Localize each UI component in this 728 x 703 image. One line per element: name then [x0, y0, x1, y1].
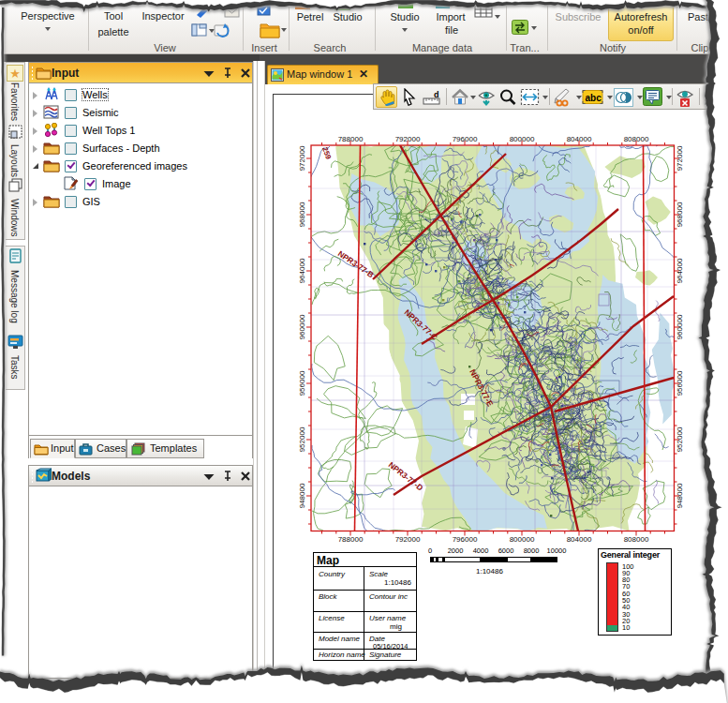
- svg-text:804000: 804000: [567, 135, 592, 143]
- svg-text:800000: 800000: [510, 135, 535, 143]
- svg-text:960000: 960000: [676, 314, 684, 339]
- svg-text:968000: 968000: [298, 202, 306, 227]
- svg-text:948000: 948000: [298, 483, 306, 508]
- svg-text:964000: 964000: [298, 258, 306, 283]
- svg-text:952000: 952000: [676, 426, 684, 452]
- svg-text:964000: 964000: [676, 258, 684, 283]
- svg-text:808000: 808000: [624, 135, 649, 143]
- svg-text:952000: 952000: [298, 426, 306, 452]
- svg-text:948000: 948000: [676, 483, 684, 508]
- svg-text:796000: 796000: [453, 535, 478, 544]
- svg-text:788000: 788000: [338, 135, 364, 143]
- svg-text:792000: 792000: [395, 535, 421, 544]
- svg-text:796000: 796000: [453, 135, 478, 143]
- svg-text:956000: 956000: [676, 370, 684, 396]
- svg-text:788000: 788000: [338, 535, 364, 544]
- svg-text:968000: 968000: [676, 202, 684, 227]
- svg-text:972000: 972000: [676, 145, 684, 171]
- svg-text:804000: 804000: [567, 535, 592, 544]
- svg-text:960000: 960000: [298, 314, 306, 339]
- svg-text:972000: 972000: [298, 145, 306, 171]
- svg-text:abc: abc: [586, 93, 602, 103]
- svg-text:808000: 808000: [624, 535, 649, 544]
- svg-text:956000: 956000: [298, 370, 306, 396]
- svg-text:792000: 792000: [395, 135, 421, 143]
- svg-text:800000: 800000: [510, 535, 535, 544]
